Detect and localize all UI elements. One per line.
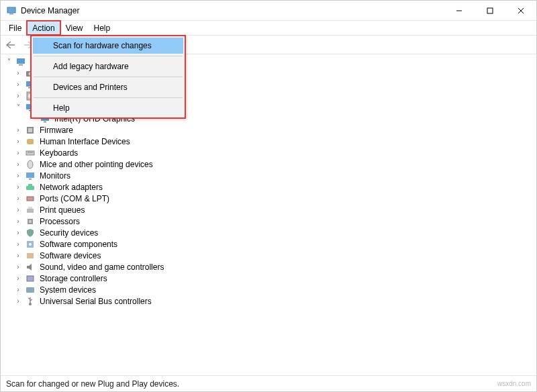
firmware-icon (25, 125, 36, 136)
expander-icon[interactable]: › (14, 240, 22, 248)
printer-icon (25, 205, 36, 215)
expander-icon[interactable]: › (14, 183, 22, 191)
tree-node-sound[interactable]: ›Sound, video and game controllers (1, 261, 536, 273)
svg-rect-29 (28, 184, 32, 186)
expander-icon[interactable]: › (14, 126, 22, 134)
menu-file[interactable]: File (3, 21, 27, 35)
tree-node-hid[interactable]: ›Human Interface Devices (1, 136, 536, 147)
tree-node-keyboard[interactable]: ›Keyboards (1, 147, 536, 158)
tree-node-label: Firmware (40, 126, 73, 135)
svg-rect-19 (44, 121, 46, 123)
expander-icon[interactable]: › (14, 229, 22, 237)
close-button[interactable] (505, 1, 536, 21)
expander-icon[interactable]: ˅ (5, 58, 13, 66)
tree-node-firmware[interactable]: ›Firmware (1, 124, 536, 136)
ports-icon (25, 193, 36, 204)
svg-rect-8 (17, 58, 25, 64)
tree-node-printer[interactable]: ›Print queues (1, 204, 536, 215)
menu-separator (34, 97, 183, 98)
cpu-icon (25, 216, 36, 227)
mouse-icon (25, 159, 36, 170)
svg-rect-39 (26, 287, 34, 293)
tree-node-label: Sound, video and game controllers (40, 262, 164, 272)
status-text: Scan for changed or new Plug and Play de… (6, 379, 179, 389)
menu-help-item[interactable]: Help (33, 100, 183, 116)
action-dropdown: Scan for hardware changes Add legacy har… (31, 36, 185, 118)
svg-point-36 (29, 243, 32, 246)
storage-icon (25, 273, 36, 284)
expander-icon[interactable]: › (14, 69, 22, 77)
expander-icon[interactable]: › (14, 81, 22, 89)
maximize-button[interactable] (475, 1, 505, 21)
component-icon (25, 239, 36, 250)
tree-node-label: Monitors (40, 171, 70, 181)
expander-icon[interactable]: › (14, 252, 22, 260)
tree-node-component[interactable]: ›Software components (1, 238, 536, 250)
expander-icon[interactable]: › (14, 92, 22, 100)
svg-rect-30 (27, 197, 34, 201)
menu-add-legacy[interactable]: Add legacy hardware (33, 58, 183, 75)
svg-rect-37 (27, 253, 34, 258)
svg-rect-27 (29, 179, 32, 180)
menubar: File Action View Help (1, 21, 536, 36)
window-title: Device Manager (21, 6, 444, 15)
tree-node-security[interactable]: ›Security devices (1, 227, 536, 238)
expander-icon[interactable]: › (14, 195, 22, 203)
tree-node-label: Mice and other pointing devices (40, 160, 153, 169)
menu-view[interactable]: View (60, 21, 89, 35)
svg-rect-3 (487, 8, 493, 13)
expander-icon[interactable]: › (14, 206, 22, 214)
svg-rect-31 (27, 209, 34, 213)
tree-node-ports[interactable]: ›Ports (COM & LPT) (1, 193, 536, 204)
network-icon (25, 182, 36, 193)
expander-icon[interactable]: › (14, 172, 22, 180)
tree-node-storage[interactable]: ›Storage controllers (1, 273, 536, 284)
tree-node-label: Storage controllers (40, 274, 107, 283)
tree-node-network[interactable]: ›Network adapters (1, 181, 536, 193)
svg-rect-1 (9, 13, 13, 15)
tree-node-label: Print queues (40, 205, 85, 215)
expander-icon[interactable]: › (14, 275, 22, 283)
tree-node-label: Keyboards (40, 148, 78, 158)
computer-icon (15, 56, 26, 67)
expander-icon[interactable]: › (14, 286, 22, 294)
tree-node-softdev[interactable]: ›Software devices (1, 250, 536, 261)
sound-icon (25, 262, 36, 273)
tree-node-label: Network adapters (40, 183, 103, 192)
expander-icon[interactable]: › (14, 138, 22, 146)
tree-node-label: Ports (COM & LPT) (40, 194, 109, 203)
titlebar: Device Manager (1, 1, 536, 21)
tree-node-monitor[interactable]: ›Monitors (1, 170, 536, 181)
menu-devices-printers[interactable]: Devices and Printers (33, 79, 183, 95)
security-icon (25, 228, 36, 238)
expander-icon[interactable]: › (14, 149, 22, 157)
svg-rect-38 (27, 276, 34, 281)
menu-scan-hardware[interactable]: Scan for hardware changes (33, 38, 183, 54)
svg-rect-21 (28, 128, 32, 132)
window-controls (444, 1, 536, 21)
watermark: wsxdn.com (497, 380, 531, 387)
minimize-button[interactable] (444, 1, 475, 21)
tree-node-cpu[interactable]: ›Processors (1, 215, 536, 227)
tree-node-label: Human Interface Devices (40, 137, 130, 146)
menu-action[interactable]: Action (27, 21, 60, 35)
tree-node-system[interactable]: ›System devices (1, 284, 536, 295)
tree-node-label: Processors (40, 217, 80, 226)
system-icon (25, 285, 36, 295)
svg-rect-26 (26, 173, 34, 178)
expander-icon[interactable]: › (14, 217, 22, 226)
keyboard-icon (25, 148, 36, 158)
tree-node-label: Software devices (40, 251, 101, 260)
expander-icon[interactable]: › (14, 297, 22, 305)
svg-rect-23 (26, 151, 34, 155)
tree-node-usb[interactable]: ›Universal Serial Bus controllers (1, 295, 536, 307)
menu-help[interactable]: Help (89, 21, 116, 35)
expander-icon[interactable]: › (14, 263, 22, 271)
tree-node-mouse[interactable]: ›Mice and other pointing devices (1, 158, 536, 170)
expander-icon[interactable]: ˅ (14, 103, 22, 111)
back-button[interactable] (3, 38, 18, 52)
statusbar: Scan for changed or new Plug and Play de… (1, 375, 536, 391)
expander-icon[interactable]: › (14, 160, 22, 168)
menu-separator (34, 56, 183, 56)
monitor-icon (25, 170, 36, 181)
